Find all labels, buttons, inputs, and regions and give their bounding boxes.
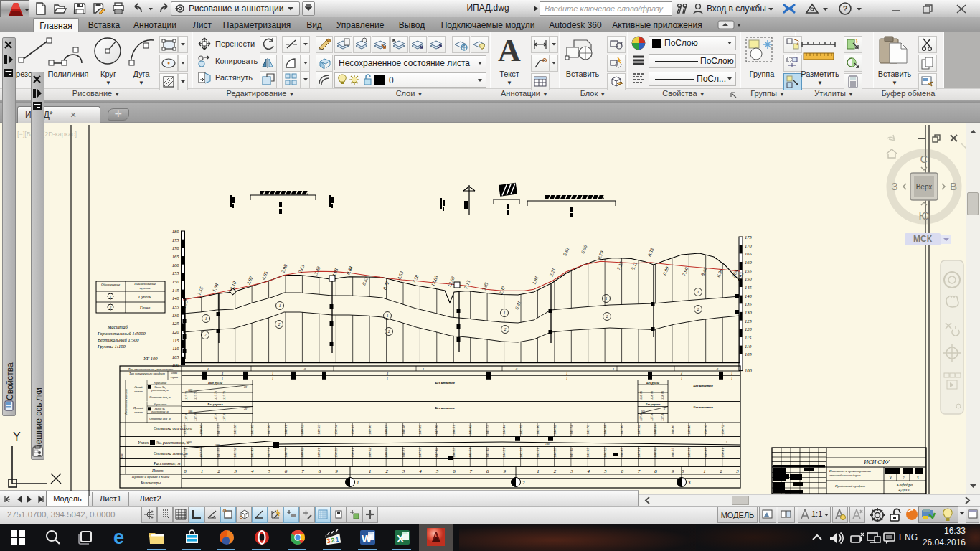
svg-text:кювет: кювет [134,390,143,393]
svg-text:143.28: 143.28 [233,425,237,435]
svg-text:146.38: 146.38 [603,425,607,435]
svg-text:137.25: 137.25 [184,412,188,421]
svg-text:4: 4 [419,468,422,474]
svg-text:Вид русла: Вид русла [207,381,223,385]
svg-text:143.12: 143.12 [233,448,237,458]
svg-text:0.88: 0.88 [345,265,353,275]
svg-text:110: 110 [172,346,179,351]
svg-text:141.25: 141.25 [217,448,220,458]
svg-text:2: 2 [697,307,699,311]
svg-text:4: 4 [222,372,223,375]
svg-text:105: 105 [745,352,753,357]
svg-text:1: 1 [537,468,540,474]
svg-text:ИСИ СФУ: ИСИ СФУ [863,459,890,466]
svg-text:1: 1 [703,468,706,474]
svg-text:146.85: 146.85 [620,448,623,458]
svg-text:135: 135 [745,301,753,306]
svg-text:149.85: 149.85 [704,448,707,458]
svg-text:?: ? [843,4,848,13]
svg-text:1: 1 [697,290,699,294]
svg-text:В: В [950,180,957,192]
svg-text:140: 140 [745,293,753,298]
svg-text:155: 155 [745,268,753,273]
svg-text:125: 125 [172,321,180,326]
svg-text:3: 3 [717,367,719,371]
svg-text:1: 1 [272,372,273,375]
svg-text:Правый: Правый [133,406,144,410]
svg-text:У: У [889,476,892,480]
svg-text:149.81: 149.81 [317,448,321,458]
svg-text:144.52: 144.52 [553,425,557,435]
svg-text:120: 120 [172,329,180,334]
svg-text:9: 9 [672,468,674,474]
svg-text:Пикет: Пикет [151,468,164,473]
svg-text:145.13: 145.13 [486,425,489,435]
svg-text:3.85: 3.85 [481,281,489,292]
svg-text:5.61: 5.61 [562,247,570,257]
svg-text:2.37: 2.37 [498,285,506,295]
svg-text:7: 7 [470,468,473,474]
svg-text:Грунты 1:100: Грунты 1:100 [97,344,126,349]
svg-text:149.62: 149.62 [368,448,372,458]
svg-text:1: 1 [279,303,281,308]
svg-text:137.71: 137.71 [194,391,197,400]
svg-text:4: 4 [251,468,254,474]
svg-text:кювет: кювет [134,410,143,414]
svg-text:147.00: 147.00 [620,425,623,435]
svg-text:2.21: 2.21 [548,268,556,278]
svg-text:150.41: 150.41 [351,448,354,458]
svg-text:8: 8 [486,468,489,474]
svg-text:1: 1 [222,377,223,380]
svg-text:3: 3 [304,367,306,371]
svg-text:175: 175 [745,235,753,240]
svg-text:2: 2 [522,480,525,486]
svg-text:5: 5 [664,407,665,410]
svg-text:130: 130 [745,310,753,315]
svg-text:1: 1 [566,377,567,380]
svg-text:148.21: 148.21 [402,448,405,458]
svg-text:Масштаб: Масштаб [107,324,128,329]
svg-text:105: 105 [172,354,180,359]
svg-text:160: 160 [172,263,180,268]
svg-text:Тип местности по увлажнению: Тип местности по увлажнению [128,367,174,371]
svg-text:170: 170 [172,245,180,250]
svg-text:145.43: 145.43 [250,448,254,458]
svg-text:2: 2 [903,476,905,480]
svg-text:Ю: Ю [918,209,929,222]
svg-text:Кюветные каналы: Кюветные каналы [124,389,128,415]
svg-text:С: С [920,153,928,165]
svg-text:150: 150 [172,279,180,284]
svg-text:1: 1 [504,311,506,315]
svg-text:143.61: 143.61 [536,448,540,458]
svg-text:148.55: 148.55 [671,448,674,458]
svg-text:12.03: 12.03 [430,275,438,287]
svg-text:1: 1 [606,296,608,301]
svg-text:7.90: 7.90 [681,266,689,276]
svg-text:148.86: 148.86 [671,425,674,435]
svg-text:165: 165 [172,254,180,259]
svg-text:145.82: 145.82 [468,425,472,435]
svg-text:Обозначение: Обозначение [101,283,121,286]
svg-text:0.99: 0.99 [661,265,669,276]
svg-text:1.55: 1.55 [196,286,204,296]
svg-text:130: 130 [172,313,180,318]
svg-text:1: 1 [387,314,389,318]
svg-text:1.81: 1.81 [531,276,539,286]
svg-text:Y: Y [13,430,21,443]
svg-text:147.50: 147.50 [267,425,270,435]
svg-text:Наименование: Наименование [133,282,156,286]
svg-text:0: 0 [389,75,394,85]
svg-text:144.23: 144.23 [553,448,557,458]
svg-text:149.13: 149.13 [385,448,388,458]
svg-text:200: 200 [215,444,220,447]
svg-text:160: 160 [745,260,753,265]
svg-text:4.05: 4.05 [260,270,268,281]
svg-text:4: 4 [681,372,682,375]
svg-text:149.21: 149.21 [687,448,691,458]
svg-text:175: 175 [172,237,180,242]
svg-text:1: 1 [731,372,732,375]
svg-text:4: 4 [588,468,590,474]
svg-text:1: 1 [681,377,682,380]
svg-text:2: 2 [504,327,507,331]
svg-text:Кафедра: Кафедра [896,483,913,487]
